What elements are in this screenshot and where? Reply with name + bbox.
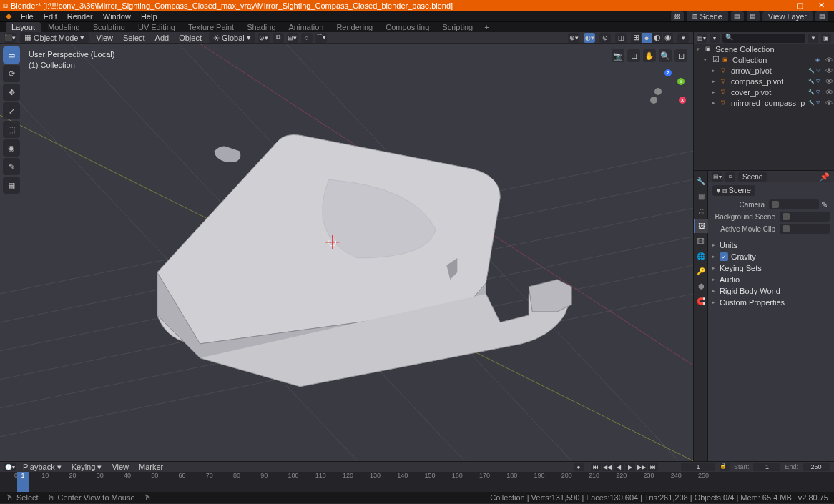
viewport-menu-add[interactable]: Add xyxy=(152,34,172,42)
proportional-icon[interactable]: ○ xyxy=(301,33,313,43)
gizmo-neg-z[interactable] xyxy=(654,88,662,95)
tab-compositing[interactable]: Compositing xyxy=(380,22,435,32)
timeline-menu-marker[interactable]: Marker xyxy=(136,463,166,471)
tab-animation[interactable]: Animation xyxy=(283,22,330,32)
timeline-menu-keying[interactable]: Keying ▾ xyxy=(69,463,105,472)
bgscene-field[interactable] xyxy=(780,212,830,222)
menu-edit[interactable]: Edit xyxy=(40,12,61,21)
pan-icon[interactable]: ✋ xyxy=(643,49,656,62)
timeline-ruler[interactable]: 0102030405060708090100110120130140150160… xyxy=(0,472,834,492)
gizmo-visibility-icon[interactable]: ⊕▾ xyxy=(568,33,579,43)
gravity-checkbox[interactable]: ✓ xyxy=(720,252,728,261)
gizmo-z-axis[interactable]: Z xyxy=(664,69,672,76)
outliner-editor-icon[interactable]: ▤▾ xyxy=(697,34,707,43)
viewlayer-browse-icon[interactable]: ▤ xyxy=(747,11,760,21)
ortho-icon[interactable]: ⊡ xyxy=(674,49,687,62)
ptab-particles[interactable]: ⬢ xyxy=(694,279,708,293)
menu-file[interactable]: File xyxy=(17,12,37,21)
shading-rendered[interactable]: ◉ xyxy=(663,33,673,43)
camera-eyedropper-icon[interactable]: ✎ xyxy=(819,200,830,209)
section-custom-properties[interactable]: ▸Custom Properties xyxy=(712,297,830,308)
viewport-menu-view[interactable]: View xyxy=(93,34,116,42)
tab-uv-editing[interactable]: UV Editing xyxy=(132,22,181,32)
xray-icon[interactable]: ◫ xyxy=(615,33,627,43)
ptab-scene[interactable]: 🖼 xyxy=(694,219,708,233)
current-frame-field[interactable]: 1 xyxy=(681,463,715,471)
menu-help[interactable]: Help xyxy=(137,12,161,21)
overlays-icon[interactable]: ◐▾ xyxy=(584,33,595,43)
camera-field[interactable] xyxy=(769,199,819,209)
tab-texture-paint[interactable]: Texture Paint xyxy=(182,22,240,32)
mode-selector[interactable]: ▦ Object Mode ▾ xyxy=(20,32,89,43)
snap-type-icon[interactable]: ⊞▾ xyxy=(287,33,298,43)
tool-measure[interactable]: ▦ xyxy=(3,177,20,194)
section-rigid-body[interactable]: ▸Rigid Body World xyxy=(712,285,830,297)
outliner-collection[interactable]: ▾☑▣Collection◉👁 xyxy=(694,54,834,65)
outliner-scene-collection[interactable]: ▾▣Scene Collection xyxy=(694,44,834,54)
timeline-editor-icon[interactable]: 🕐▾ xyxy=(4,463,16,471)
jump-start-icon[interactable]: ⏮ xyxy=(591,463,601,471)
props-pin-icon[interactable]: ⧈ xyxy=(725,172,735,182)
proportional-type-icon[interactable]: ⌒▾ xyxy=(315,33,327,43)
close-button[interactable]: ✕ xyxy=(811,1,831,10)
props-editor-icon[interactable]: ▤▾ xyxy=(712,172,722,182)
props-options-icon[interactable]: 📌 xyxy=(820,172,830,182)
outliner-item-arrow-pivot[interactable]: ▸▽arrow_pivot🔧 ▽👁 xyxy=(694,65,834,76)
viewlayer-selector[interactable]: View Layer xyxy=(762,11,813,21)
tool-select[interactable]: ▭ xyxy=(3,46,20,64)
tool-rotate[interactable]: ⤢ xyxy=(3,102,20,119)
navigation-gizmo[interactable]: Z Y X xyxy=(650,69,686,105)
ptab-physics[interactable]: 🧲 xyxy=(694,294,708,308)
section-units[interactable]: ▸Units xyxy=(712,239,830,251)
editor-type-icon[interactable]: ⬛▾ xyxy=(4,33,16,43)
outliner-filter-icon[interactable]: ▼ xyxy=(808,34,818,43)
gizmo-y-axis[interactable]: Y xyxy=(677,78,685,85)
shading-lookdev[interactable]: ◐ xyxy=(652,33,662,43)
ptab-world[interactable]: 🎞 xyxy=(694,234,708,248)
outliner-tree[interactable]: ▾▣Scene Collection ▾☑▣Collection◉👁 ▸▽arr… xyxy=(694,44,834,170)
scene-crumb[interactable]: ▾ ⧈ Scene xyxy=(712,185,755,196)
play-reverse-icon[interactable]: ◀ xyxy=(614,463,624,471)
timeline-menu-view[interactable]: View xyxy=(109,463,132,471)
shading-wireframe[interactable]: ⊞ xyxy=(631,33,641,43)
tool-scale[interactable]: ⬚ xyxy=(3,121,20,138)
tab-rendering[interactable]: Rendering xyxy=(330,22,378,32)
viewport-menu-object[interactable]: Object xyxy=(176,34,205,42)
tab-modeling[interactable]: Modeling xyxy=(42,22,86,32)
scene-browse-icon[interactable]: ⛓ xyxy=(671,11,684,21)
viewlayer-new-icon[interactable]: ▤ xyxy=(815,11,828,21)
overlay-type-icon[interactable]: ⊙ xyxy=(599,33,611,43)
outliner-item-compass-pivot[interactable]: ▸▽compass_pivot🔧 ▽👁 xyxy=(694,76,834,87)
ptab-modifiers[interactable]: 🔑 xyxy=(694,264,708,278)
ptab-render[interactable]: 🔧 xyxy=(694,174,708,188)
tab-shading[interactable]: Shading xyxy=(241,22,281,32)
minimize-button[interactable]: — xyxy=(768,1,788,10)
outliner-item-mirrored-compass-pivot[interactable]: ▸▽mirrored_compass_pivot🔧 ▽👁 xyxy=(694,97,834,108)
ptab-viewlayer[interactable]: 🖨 xyxy=(694,204,708,218)
playhead[interactable]: 1 xyxy=(17,472,29,492)
jump-end-icon[interactable]: ⏭ xyxy=(648,463,658,471)
tab-sculpting[interactable]: Sculpting xyxy=(87,22,131,32)
outliner-search[interactable]: 🔍 xyxy=(722,34,805,43)
tool-cursor[interactable]: ⟳ xyxy=(3,65,20,82)
tab-layout[interactable]: Layout xyxy=(6,22,41,32)
perspective-icon[interactable]: ⊞ xyxy=(627,49,640,62)
section-gravity[interactable]: ▸✓Gravity xyxy=(712,251,830,262)
viewport-body[interactable]: ▭ ⟳ ✥ ⤢ ⬚ ◉ ✎ ▦ User Perspective (Local)… xyxy=(0,44,693,461)
gizmo-x-axis[interactable]: X xyxy=(679,97,686,104)
menu-render[interactable]: Render xyxy=(64,12,97,21)
scene-new-icon[interactable]: ▤ xyxy=(731,11,744,21)
timeline-menu-playback[interactable]: Playback ▾ xyxy=(20,463,64,472)
tool-move[interactable]: ✥ xyxy=(3,84,20,101)
zoom-icon[interactable]: 🔍 xyxy=(659,49,672,62)
outliner-new-collection-icon[interactable]: ▣ xyxy=(821,34,831,43)
ptab-object[interactable]: 🌐 xyxy=(694,249,708,263)
shading-solid[interactable]: ● xyxy=(642,33,652,43)
snap-icon[interactable]: ⧉ xyxy=(273,33,284,43)
camera-view-icon[interactable]: 📷 xyxy=(612,49,624,62)
pivot-icon[interactable]: ⊙▾ xyxy=(258,33,270,43)
frame-range-icon[interactable]: 🔒 xyxy=(720,463,730,471)
3d-scene[interactable] xyxy=(0,44,693,461)
start-frame-field[interactable]: 1 xyxy=(753,463,780,471)
ptab-output[interactable]: ▦ xyxy=(694,189,708,203)
